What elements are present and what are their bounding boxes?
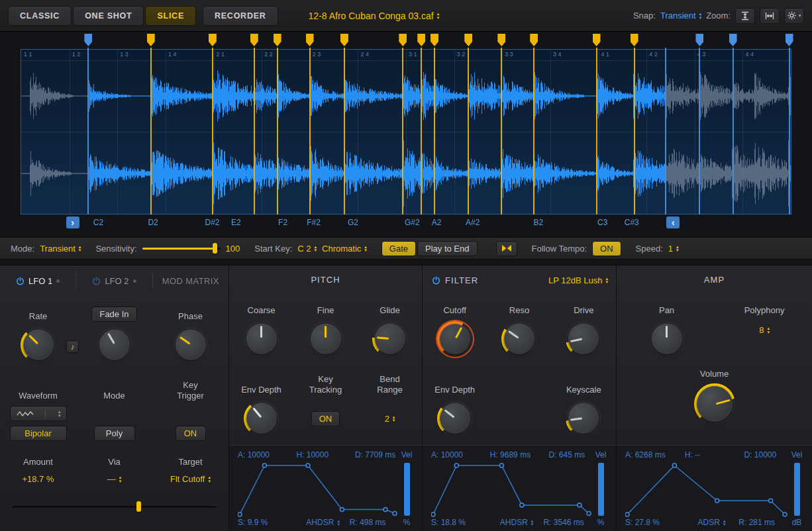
filter-power-icon[interactable]	[432, 276, 440, 285]
fine-knob[interactable]	[308, 321, 344, 357]
quick-sampler-window: CLASSIC ONE SHOT SLICE RECORDER 12-8 Afr…	[0, 0, 812, 531]
env-hold-value[interactable]: H: --	[685, 450, 744, 459]
env-release-value[interactable]: R: 281 ms	[738, 518, 788, 527]
power-icon[interactable]	[16, 277, 25, 285]
velocity-slider[interactable]	[598, 463, 604, 516]
env-decay-value[interactable]: D: 645 ms	[549, 450, 592, 459]
waveform-canvas[interactable]	[21, 50, 791, 214]
filter-type-select[interactable]: LP 12dB Lush ▴▾	[548, 275, 608, 285]
tab-slice[interactable]: SLICE	[145, 6, 196, 26]
env-decay-value[interactable]: D: 10000	[744, 450, 789, 459]
envelope-curve[interactable]	[431, 461, 592, 518]
volume-knob[interactable]	[694, 383, 735, 424]
play-to-end-button[interactable]: Play to End	[417, 241, 478, 256]
lfo-fade-knob[interactable]	[97, 327, 132, 363]
filter-panel: FILTER LP 12dB Lush ▴▾ Cutoff Reso Drive…	[422, 266, 616, 531]
pan-knob[interactable]	[649, 321, 685, 357]
divider	[45, 409, 46, 418]
envelope-curve[interactable]	[238, 461, 398, 518]
stepper-icon: ▴▾	[79, 245, 81, 252]
coarse-knob[interactable]	[244, 321, 279, 357]
cutoff-knob[interactable]	[437, 321, 473, 357]
sample-name-select[interactable]: 12-8 Afro Cuban Conga 03.caf ▴▾	[309, 11, 440, 21]
amp-panel: AMP Pan Polyphony 8 ▴▾ Volume	[616, 266, 812, 531]
snap-value: Transient	[660, 11, 696, 21]
velocity-fill	[794, 463, 800, 516]
lfo-amount-slider[interactable]	[12, 501, 217, 512]
env-type-select[interactable]: ADSR▴▾	[698, 518, 726, 527]
snap-label: Snap:	[633, 11, 656, 21]
env-sustain-value[interactable]: S: 27.8 %	[625, 518, 685, 527]
env-release-value[interactable]: R: 3546 ms	[543, 518, 592, 527]
bend-range-select[interactable]: 2 ▴▾	[385, 414, 395, 424]
env-attack-value[interactable]: A: 6268 ms	[625, 450, 685, 459]
mapping-select[interactable]: Chromatic ▴▾	[322, 244, 367, 254]
lfo-tabs: LFO 1 LFO 2 MOD MATRIX	[0, 272, 228, 289]
tab-one-shot[interactable]: ONE SHOT	[73, 6, 144, 26]
rate-sync-note-button[interactable]: ♪	[66, 340, 79, 353]
region-end-handle[interactable]: ‹	[666, 217, 680, 228]
env-sustain-value[interactable]: S: 9.9 %	[238, 518, 296, 527]
tab-lfo1[interactable]: LFO 1	[0, 272, 76, 289]
slider-thumb[interactable]	[136, 501, 141, 512]
keyscale-knob[interactable]	[566, 401, 601, 436]
env-attack-value[interactable]: A: 10000	[431, 450, 490, 459]
velocity-slider[interactable]	[794, 463, 800, 516]
via-select[interactable]: — ▴▾	[107, 474, 122, 484]
drive-knob[interactable]	[566, 321, 601, 357]
sensitivity-slider[interactable]	[142, 242, 221, 254]
target-select[interactable]: Flt Cutoff ▴▾	[170, 474, 211, 484]
glide-knob[interactable]	[372, 321, 408, 357]
env-type-select[interactable]: AHDSR▴▾	[306, 518, 340, 527]
env-hold-value[interactable]: H: 9689 ms	[490, 450, 549, 459]
lfo-rate-knob[interactable]	[21, 327, 56, 363]
power-icon[interactable]	[92, 277, 101, 285]
waveform-display[interactable]: 1 11 21 31 42 12 22 32 43 13 23 33 44 14…	[21, 49, 791, 215]
reso-knob[interactable]	[501, 321, 537, 357]
tab-classic[interactable]: CLASSIC	[8, 6, 72, 26]
env-decay-value[interactable]: D: 7709 ms	[355, 450, 398, 459]
tab-mod-matrix[interactable]: MOD MATRIX	[152, 272, 228, 289]
stepper-icon: ▴▾	[393, 415, 395, 422]
amount-value[interactable]: +18.7 %	[22, 474, 54, 484]
pitch-title: PITCH	[229, 272, 422, 288]
envelope-curve[interactable]	[625, 461, 788, 518]
lfo-mode-select[interactable]: Poly	[94, 426, 135, 441]
gear-icon	[787, 11, 797, 21]
follow-tempo-toggle[interactable]: ON	[592, 241, 621, 256]
key-tracking-toggle[interactable]: ON	[311, 411, 340, 426]
velocity-slider[interactable]	[404, 463, 410, 516]
pitch-env-depth-knob[interactable]	[244, 401, 279, 436]
filter-env-depth-knob[interactable]	[437, 401, 473, 436]
lfo-activity-dot	[133, 279, 136, 283]
speed-select[interactable]: 1 ▴▾	[668, 244, 679, 254]
polyphony-select[interactable]: 8 ▴▾	[759, 325, 770, 335]
region-start-handle[interactable]: ›	[66, 217, 79, 228]
env-unit-label: %	[398, 518, 415, 527]
settings-button[interactable]: ▾	[784, 8, 804, 24]
env-release-value[interactable]: R: 498 ms	[350, 518, 398, 527]
lfo-fade-mode-select[interactable]: Fade In	[91, 307, 136, 322]
lfo-waveform-select[interactable]: ▴▾	[10, 406, 67, 421]
zoom-vertical-button[interactable]	[735, 8, 755, 24]
snap-select[interactable]: Transient ▴▾	[660, 11, 701, 21]
tab-recorder[interactable]: RECORDER	[203, 6, 278, 26]
start-key-select[interactable]: C 2 ▴▾	[297, 244, 317, 254]
lfo-activity-dot	[56, 279, 60, 283]
zoom-horizontal-button[interactable]	[760, 8, 780, 24]
polyphony-label: Polyphony	[744, 305, 785, 316]
lfo-polarity-select[interactable]: Bipolar	[10, 426, 67, 441]
tab-lfo2[interactable]: LFO 2	[76, 272, 152, 289]
env-attack-value[interactable]: A: 10000	[238, 450, 296, 459]
env-type-select[interactable]: AHDSR▴▾	[500, 518, 534, 527]
slice-mode-select[interactable]: Transient ▴▾	[40, 244, 81, 254]
amp-envelope-panel: A: 6268 ms H: -- D: 10000 Vel S: 27.8 % …	[617, 445, 812, 531]
env-sustain-value[interactable]: S: 18.8 %	[431, 518, 490, 527]
gate-button[interactable]: Gate	[381, 241, 416, 256]
env-hold-value[interactable]: H: 10000	[296, 450, 354, 459]
lfo-key-trigger-toggle[interactable]: ON	[176, 426, 206, 441]
env-unit-label: dB	[788, 518, 805, 527]
lfo-phase-knob[interactable]	[173, 327, 209, 363]
crossfade-button[interactable]	[496, 241, 517, 256]
slider-thumb[interactable]	[213, 243, 217, 254]
